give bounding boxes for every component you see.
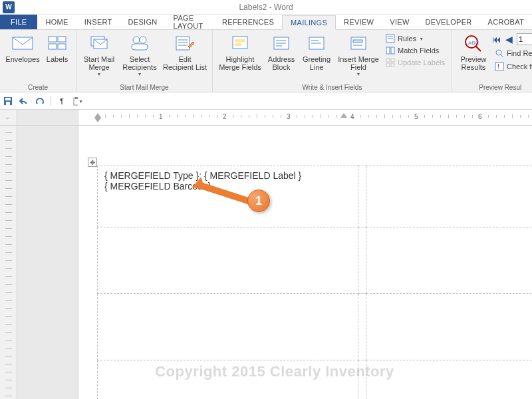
record-number-input[interactable] (517, 33, 532, 45)
window-title: Labels2 - Word (0, 3, 532, 12)
quick-access-toolbar: ¶ ▼ (0, 92, 532, 110)
tab-file[interactable]: FILE (0, 15, 37, 29)
ribbon-tabs: FILE HOME INSERT DESIGN PAGE LAYOUT REFE… (0, 15, 532, 30)
tab-page-layout[interactable]: PAGE LAYOUT (166, 15, 214, 29)
greeting-icon (306, 33, 327, 54)
svg-rect-33 (391, 59, 394, 62)
rules-button[interactable]: Rules ▼ (383, 33, 448, 44)
svg-rect-15 (235, 39, 245, 42)
highlight-merge-fields-button[interactable]: Highlight Merge Fields (217, 31, 263, 71)
group-write-caption: Write & Insert Fields (217, 83, 448, 92)
tab-insert[interactable]: INSERT (76, 15, 120, 29)
update-icon (386, 58, 395, 67)
svg-rect-45 (6, 102, 10, 105)
search-icon (495, 49, 504, 58)
table-cell[interactable] (98, 227, 358, 294)
group-preview-caption: Preview Resul (456, 83, 532, 92)
svg-point-39 (496, 50, 501, 55)
vertical-ruler[interactable] (0, 126, 17, 399)
horizontal-ruler-strip: ⌐ 123456 (0, 110, 532, 126)
table-cell[interactable] (98, 294, 358, 360)
ruler-corner[interactable]: ⌐ (0, 110, 17, 125)
svg-rect-34 (386, 63, 390, 66)
tab-review[interactable]: REVIEW (336, 15, 382, 29)
labels-button[interactable]: Labels (43, 31, 72, 63)
svg-rect-30 (386, 47, 390, 54)
highlight-icon (229, 33, 251, 54)
start-mail-merge-button[interactable]: Start Mail Merge ▼ (80, 31, 118, 76)
envelope-icon (12, 33, 33, 54)
labels-label: Labels (47, 55, 68, 63)
svg-rect-41 (495, 63, 503, 70)
svg-text:!: ! (497, 63, 499, 70)
first-record-button[interactable]: ⏮ (492, 34, 501, 45)
preview-label: Preview Results (460, 55, 486, 71)
table-cell[interactable]: { MERGEFIELD Type }: { MERGEFIELD Label … (98, 166, 358, 227)
address-block-button[interactable]: Address Block (265, 31, 298, 71)
merge-field-line: { MERGEFIELD Type }: { MERGEFIELD Label … (104, 170, 351, 181)
svg-rect-44 (5, 98, 11, 100)
tab-references[interactable]: REFERENCES (214, 15, 282, 29)
pilcrow-button[interactable]: ¶ (57, 96, 67, 106)
svg-rect-3 (49, 44, 57, 49)
group-create-caption: Create (4, 83, 72, 92)
svg-text:ABC: ABC (468, 40, 479, 46)
svg-rect-2 (58, 37, 66, 42)
watermark-text: Copyright 2015 Clearly Inventory (17, 363, 532, 380)
check-icon: ! (495, 62, 504, 71)
table-gutter (358, 227, 366, 294)
prev-record-button[interactable]: ◀ (505, 34, 513, 45)
svg-line-37 (475, 46, 481, 51)
qat-separator (51, 96, 51, 106)
tab-developer[interactable]: DEVELOPER (418, 15, 480, 29)
preview-results-button[interactable]: ABC Preview Results (456, 31, 491, 71)
start-merge-label: Start Mail Merge (84, 55, 114, 71)
svg-rect-14 (233, 37, 247, 49)
svg-rect-25 (353, 40, 362, 43)
table-gutter (358, 294, 366, 360)
table-cell[interactable] (366, 227, 533, 294)
svg-rect-24 (351, 37, 366, 49)
edit-recipient-list-button[interactable]: Edit Recipient List (162, 31, 208, 71)
edit-list-icon (174, 33, 196, 54)
envelopes-button[interactable]: Envelopes (4, 31, 41, 63)
update-labels-button: Update Labels (383, 57, 448, 68)
paste-options-button[interactable]: ▼ (72, 96, 83, 106)
tab-design[interactable]: DESIGN (120, 15, 166, 29)
document-canvas[interactable]: ✥ { MERGEFIELD Type }: { MERGEFIELD Labe… (17, 126, 532, 399)
svg-line-40 (501, 55, 503, 57)
check-errors-button[interactable]: ! Check for (492, 61, 532, 72)
redo-button[interactable] (35, 96, 45, 106)
select-recipients-button[interactable]: Select Recipients ▼ (119, 31, 160, 76)
insert-field-label: Insert Merge Field (338, 55, 379, 71)
dropdown-caret-icon: ▼ (97, 72, 102, 76)
horizontal-ruler[interactable]: 123456 (78, 110, 532, 125)
svg-rect-31 (391, 47, 394, 54)
ribbon-group-start-merge: Start Mail Merge ▼ Select Recipients ▼ E… (76, 30, 213, 92)
svg-rect-9 (132, 44, 148, 50)
insert-merge-field-button[interactable]: Insert Merge Field ▼ (335, 31, 382, 76)
find-recipient-button[interactable]: Find Recip (492, 48, 532, 59)
check-label: Check for (507, 63, 532, 70)
title-bar: W Labels2 - Word (0, 0, 532, 15)
svg-rect-35 (391, 63, 394, 66)
tab-acrobat[interactable]: ACROBAT (480, 15, 532, 29)
select-recipients-label: Select Recipients (122, 55, 156, 71)
table-move-handle[interactable]: ✥ (88, 158, 97, 167)
table-cell[interactable] (366, 294, 533, 360)
undo-button[interactable] (19, 96, 29, 106)
group-start-caption: Start Mail Merge (80, 83, 208, 92)
tab-view[interactable]: VIEW (382, 15, 417, 29)
match-fields-button[interactable]: Match Fields (383, 45, 448, 56)
tab-home[interactable]: HOME (37, 15, 76, 29)
merge-field-line: { MERGEFIELD Barcode} (104, 181, 351, 192)
page: ✥ { MERGEFIELD Type }: { MERGEFIELD Labe… (78, 126, 532, 399)
svg-rect-1 (49, 37, 57, 42)
save-button[interactable] (3, 96, 13, 106)
ribbon: Envelopes Labels Create Start Mail Merge… (0, 30, 532, 92)
table-cell[interactable] (366, 166, 533, 227)
tab-mailings[interactable]: MAILINGS (282, 15, 336, 30)
insert-field-icon (348, 33, 369, 54)
greeting-line-button[interactable]: Greeting Line (299, 31, 334, 71)
svg-rect-10 (176, 37, 190, 50)
